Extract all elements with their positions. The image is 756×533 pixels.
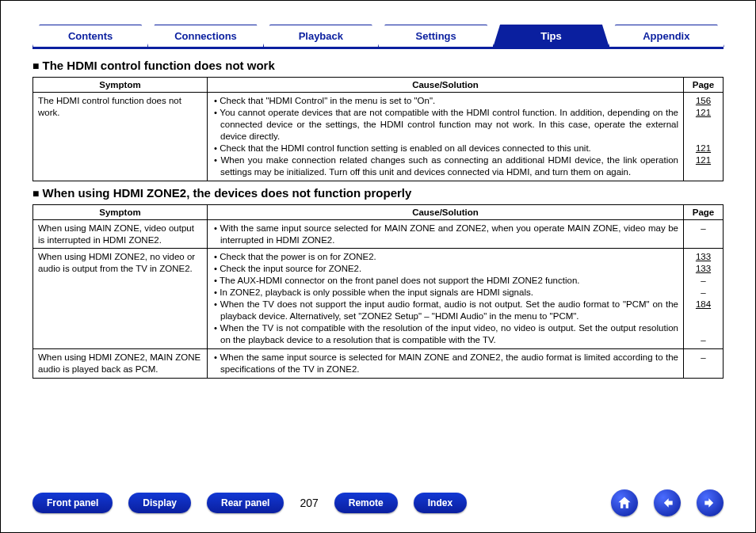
page-link[interactable]: 133 bbox=[696, 264, 711, 273]
tab-tips[interactable]: Tips bbox=[493, 25, 609, 47]
table-row: When using HDMI ZONE2, MAIN ZONE audio i… bbox=[33, 348, 724, 378]
col-page: Page bbox=[684, 204, 724, 219]
page-link[interactable]: 121 bbox=[696, 155, 711, 165]
table-row: When using MAIN ZONE, video output is in… bbox=[33, 219, 724, 249]
remote-button[interactable]: Remote bbox=[334, 493, 398, 513]
tab-playback[interactable]: Playback bbox=[263, 25, 379, 47]
display-button[interactable]: Display bbox=[128, 493, 191, 513]
col-page: Page bbox=[684, 78, 724, 93]
tab-contents[interactable]: Contents bbox=[32, 25, 148, 47]
next-icon[interactable] bbox=[697, 489, 724, 516]
rear-panel-button[interactable]: Rear panel bbox=[207, 493, 284, 513]
page-number: 207 bbox=[300, 497, 318, 509]
index-button[interactable]: Index bbox=[414, 493, 467, 513]
col-cause: Cause/Solution bbox=[208, 204, 684, 219]
tab-bar: Contents Connections Playback Settings T… bbox=[1, 1, 755, 47]
tab-appendix[interactable]: Appendix bbox=[609, 25, 724, 47]
prev-icon[interactable] bbox=[654, 489, 681, 516]
page-link[interactable]: 121 bbox=[696, 143, 711, 153]
section2-title: ■When using HDMI ZONE2, the devices does… bbox=[32, 186, 724, 200]
table-row: When using HDMI ZONE2, no video or audio… bbox=[33, 249, 724, 349]
col-symptom: Symptom bbox=[33, 204, 208, 219]
home-icon[interactable] bbox=[611, 489, 638, 516]
page-link[interactable]: 121 bbox=[696, 108, 711, 117]
table-row: The HDMI control function does not work.… bbox=[33, 93, 724, 181]
section2-table: Symptom Cause/Solution Page When using M… bbox=[32, 204, 724, 379]
page-link[interactable]: 184 bbox=[696, 299, 711, 309]
tab-connections[interactable]: Connections bbox=[147, 25, 263, 47]
section1-table: Symptom Cause/Solution Page The HDMI con… bbox=[32, 77, 724, 181]
page-link[interactable]: 156 bbox=[696, 96, 711, 105]
front-panel-button[interactable]: Front panel bbox=[32, 493, 113, 513]
footer-bar: Front panel Display Rear panel 207 Remot… bbox=[1, 489, 755, 516]
section1-title: ■The HDMI control function does not work bbox=[32, 59, 724, 72]
page-link[interactable]: 133 bbox=[696, 252, 711, 261]
tab-settings[interactable]: Settings bbox=[378, 25, 494, 47]
col-cause: Cause/Solution bbox=[208, 78, 684, 93]
col-symptom: Symptom bbox=[33, 78, 208, 93]
